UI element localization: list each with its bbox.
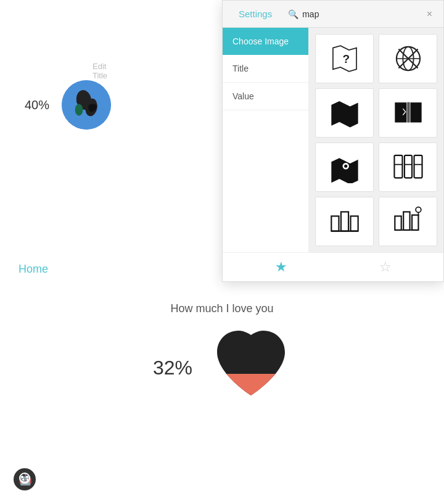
sidebar-value[interactable]: Value xyxy=(223,83,308,110)
svg-rect-18 xyxy=(410,102,421,123)
icon-map-pin[interactable] xyxy=(315,143,374,192)
tab-settings[interactable]: Settings xyxy=(229,1,282,27)
svg-rect-24 xyxy=(404,155,411,178)
svg-point-3 xyxy=(75,104,83,115)
svg-rect-4 xyxy=(211,374,291,408)
svg-rect-35 xyxy=(412,215,418,230)
icon-location-map[interactable] xyxy=(379,197,437,246)
bottom-logo: 🤖 xyxy=(12,467,37,492)
panel-body: Choose Image Title Value ? xyxy=(223,28,443,252)
icon-globe-cross[interactable] xyxy=(379,34,437,83)
svg-point-9 xyxy=(26,476,28,478)
panel-footer: ★ ☆ xyxy=(223,252,443,281)
heart-svg xyxy=(211,328,291,408)
heart-percent: 32% xyxy=(153,357,192,379)
search-icon: 🔍 xyxy=(288,9,298,19)
heart-title: How much I love you xyxy=(170,302,273,315)
home-link[interactable]: Home xyxy=(18,263,48,276)
globe-percent: 40% xyxy=(25,98,49,112)
icon-map-folded[interactable] xyxy=(379,88,437,138)
edit-title-label: Edit Title xyxy=(92,62,111,80)
widget-heart: How much I love you 32% xyxy=(0,302,444,408)
icon-map-simple[interactable] xyxy=(315,88,374,138)
svg-rect-17 xyxy=(407,102,409,123)
icon-grid: ? xyxy=(309,28,443,252)
globe-icon xyxy=(62,80,111,130)
sidebar-title[interactable]: Title xyxy=(223,55,308,83)
sidebar-choose-image[interactable]: Choose Image xyxy=(223,28,308,55)
widget-globe: Edit Title 40% xyxy=(25,80,111,130)
svg-rect-25 xyxy=(414,155,422,178)
svg-text:?: ? xyxy=(342,52,350,65)
svg-rect-30 xyxy=(340,212,348,231)
settings-panel: Settings 🔍 × Choose Image Title Value ? xyxy=(222,0,444,282)
icon-road-map[interactable] xyxy=(379,143,437,192)
svg-rect-33 xyxy=(395,216,401,230)
search-input[interactable] xyxy=(302,9,352,19)
svg-rect-23 xyxy=(394,155,402,178)
tab-search: 🔍 xyxy=(282,9,421,19)
svg-rect-29 xyxy=(331,216,339,231)
star-filled-icon[interactable]: ★ xyxy=(275,259,287,275)
panel-sidebar: Choose Image Title Value xyxy=(223,28,309,252)
star-empty-icon[interactable]: ☆ xyxy=(379,259,392,275)
icon-city-map[interactable] xyxy=(315,197,374,246)
icon-map-question[interactable]: ? xyxy=(315,34,374,83)
close-button[interactable]: × xyxy=(422,9,437,20)
heart-content: 32% xyxy=(153,328,291,408)
panel-header: Settings 🔍 × xyxy=(223,1,443,28)
heart-icon xyxy=(211,328,291,408)
svg-point-8 xyxy=(21,476,23,478)
globe-svg xyxy=(62,80,111,130)
svg-rect-34 xyxy=(403,212,409,229)
svg-rect-31 xyxy=(350,216,358,231)
svg-point-36 xyxy=(416,207,421,213)
svg-point-22 xyxy=(344,165,347,168)
